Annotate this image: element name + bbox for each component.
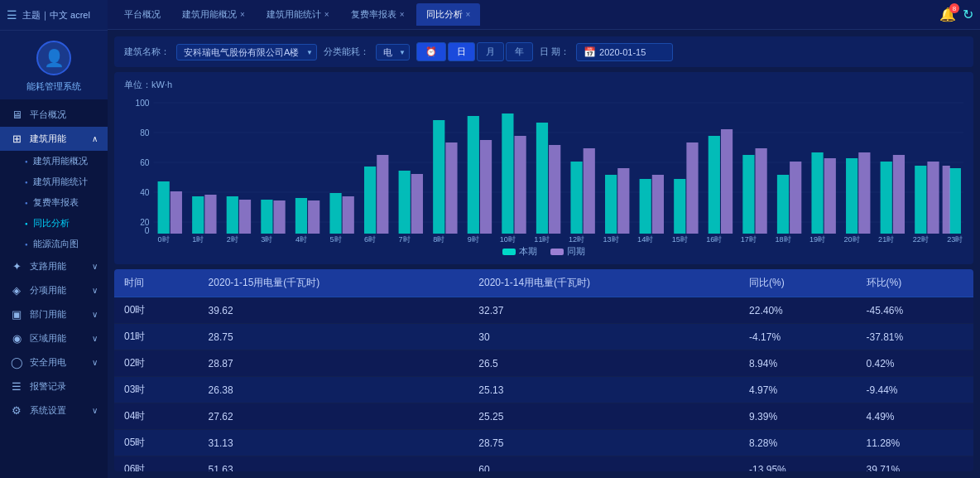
svg-text:11时: 11时 — [534, 235, 550, 244]
sidebar-sub-energy-flow[interactable]: 能源流向图 — [0, 234, 108, 254]
svg-rect-14 — [204, 195, 216, 234]
year-btn[interactable]: 年 — [506, 42, 533, 61]
filter-bar: 建筑名称： 安科瑞电气股份有限公司A楼 分类能耗： 电 ⏰ 日 月 年 日 期：… — [114, 36, 973, 67]
close-icon[interactable]: × — [466, 10, 471, 19]
category-select[interactable]: 电 — [376, 44, 410, 60]
cell-yoy: -4.17% — [739, 324, 856, 350]
refresh-icon[interactable]: ↻ — [963, 7, 973, 22]
svg-rect-53 — [881, 162, 892, 234]
svg-text:22时: 22时 — [913, 235, 929, 244]
sidebar-sub-building-stats[interactable]: 建筑用能统计 — [0, 171, 108, 192]
date-buttons: ⏰ 日 月 年 — [416, 42, 533, 61]
svg-text:2时: 2时 — [227, 235, 238, 244]
svg-text:100: 100 — [136, 99, 150, 108]
sidebar-header: ☰ 主题｜中文 acrel — [0, 0, 108, 31]
cell-prev: 25.13 — [468, 377, 739, 403]
chevron-right-icon4: ∨ — [92, 334, 98, 343]
cell-yoy: -13.95% — [739, 456, 856, 472]
svg-rect-48 — [790, 162, 801, 234]
tab-label: 平台概况 — [124, 8, 161, 21]
svg-rect-36 — [584, 148, 595, 234]
col-header-prev: 2020-1-14用电量(千瓦时) — [468, 269, 739, 297]
day-btn[interactable]: 日 — [448, 42, 475, 61]
tab-label: 建筑用能统计 — [267, 8, 321, 21]
tab-yoy-analysis[interactable]: 同比分析 × — [416, 3, 481, 26]
sidebar-item-label: 分项用能 — [30, 284, 66, 297]
tab-building-overview[interactable]: 建筑用能概况 × — [172, 3, 255, 26]
cell-current: 28.75 — [199, 324, 469, 350]
sidebar-item-distribution[interactable]: ◈ 分项用能 ∨ — [0, 278, 108, 302]
sidebar-item-department[interactable]: ▣ 部门用能 ∨ — [0, 302, 108, 326]
chart-svg: 100 80 60 40 20 0 — [124, 94, 963, 244]
hamburger-icon[interactable]: ☰ — [7, 8, 17, 22]
svg-rect-33 — [536, 123, 548, 234]
svg-rect-20 — [308, 200, 319, 234]
cell-yoy: 9.39% — [739, 403, 856, 430]
chevron-right-icon3: ∨ — [92, 310, 98, 319]
svg-text:4时: 4时 — [295, 235, 307, 244]
sidebar-item-building-energy[interactable]: ⊞ 建筑用能 ∧ — [0, 127, 108, 151]
svg-rect-42 — [686, 142, 698, 234]
table-row: 02时 28.87 26.5 8.94% 0.42% — [114, 350, 973, 377]
sidebar-item-label: 区域用能 — [30, 332, 66, 345]
cell-current: 26.38 — [199, 377, 469, 403]
sidebar-item-label: 建筑用能 — [30, 133, 66, 145]
tab-platform-overview[interactable]: 平台概况 — [114, 3, 171, 26]
data-table: 时间 2020-1-15用电量(千瓦时) 2020-1-14用电量(千瓦时) 同… — [114, 269, 973, 471]
cell-mom: 39.71% — [857, 456, 973, 472]
close-icon[interactable]: × — [240, 10, 245, 19]
svg-rect-52 — [858, 152, 870, 234]
svg-rect-15 — [227, 196, 238, 234]
month-btn[interactable]: 月 — [477, 42, 504, 61]
close-icon[interactable]: × — [324, 10, 329, 19]
calendar-icon: 📅 — [584, 46, 596, 58]
sidebar-item-settings[interactable]: ⚙ 系统设置 ∨ — [0, 398, 108, 422]
svg-rect-19 — [295, 198, 307, 234]
svg-rect-11 — [158, 181, 170, 234]
svg-rect-28 — [445, 142, 457, 234]
sidebar-sub-yoy-analysis[interactable]: 同比分析 — [0, 213, 108, 234]
cell-time: 03时 — [114, 377, 199, 403]
svg-rect-54 — [893, 155, 905, 234]
clock-btn[interactable]: ⏰ — [416, 42, 446, 61]
table-header-row: 时间 2020-1-15用电量(千瓦时) 2020-1-14用电量(千瓦时) 同… — [114, 269, 973, 297]
svg-rect-49 — [811, 152, 823, 234]
sidebar-item-alarms[interactable]: ☰ 报警记录 — [0, 374, 108, 398]
cell-current: 31.13 — [199, 430, 469, 456]
sidebar-item-branch[interactable]: ✦ 支路用能 ∨ — [0, 254, 108, 278]
sidebar-item-area[interactable]: ◉ 区域用能 ∨ — [0, 326, 108, 350]
building-select[interactable]: 安科瑞电气股份有限公司A楼 — [176, 44, 317, 60]
svg-text:19时: 19时 — [809, 235, 825, 244]
notification-badge: 8 — [949, 3, 959, 13]
svg-rect-40 — [652, 175, 664, 234]
svg-text:13时: 13时 — [603, 235, 619, 244]
svg-rect-38 — [617, 168, 629, 234]
settings-icon: ⚙ — [10, 404, 23, 417]
cell-current: 27.62 — [199, 403, 469, 430]
cell-time: 01时 — [114, 324, 199, 350]
distribution-icon: ◈ — [10, 284, 23, 297]
svg-text:14时: 14时 — [637, 235, 653, 244]
close-icon[interactable]: × — [400, 10, 405, 19]
platform-icon: 🖥 — [10, 109, 23, 121]
tab-rate-report[interactable]: 复费率报表 × — [341, 3, 415, 26]
cell-prev: 32.37 — [468, 297, 739, 324]
area-icon: ◉ — [10, 332, 23, 345]
legend-current: 本期 — [502, 245, 537, 258]
svg-rect-58 — [943, 166, 950, 234]
legend-current-label: 本期 — [519, 245, 537, 258]
sidebar-sub-rate-report[interactable]: 复费率报表 — [0, 192, 108, 213]
legend-same-period: 同期 — [550, 245, 585, 258]
sidebar-item-safety[interactable]: ◯ 安全用电 ∨ — [0, 350, 108, 374]
tab-label: 同比分析 — [426, 8, 463, 21]
svg-rect-22 — [343, 196, 354, 234]
sidebar-item-platform[interactable]: 🖥 平台概况 — [0, 103, 108, 127]
table-row: 05时 31.13 28.75 8.28% 11.28% — [114, 430, 973, 456]
tab-building-stats[interactable]: 建筑用能统计 × — [257, 3, 339, 26]
svg-rect-27 — [433, 120, 444, 234]
bell-button[interactable]: 🔔 8 — [939, 7, 956, 22]
sidebar-sub-building-overview[interactable]: 建筑用能概况 — [0, 151, 108, 171]
cell-time: 00时 — [114, 297, 199, 324]
cell-prev: 26.5 — [468, 350, 739, 377]
date-input[interactable] — [599, 47, 665, 57]
